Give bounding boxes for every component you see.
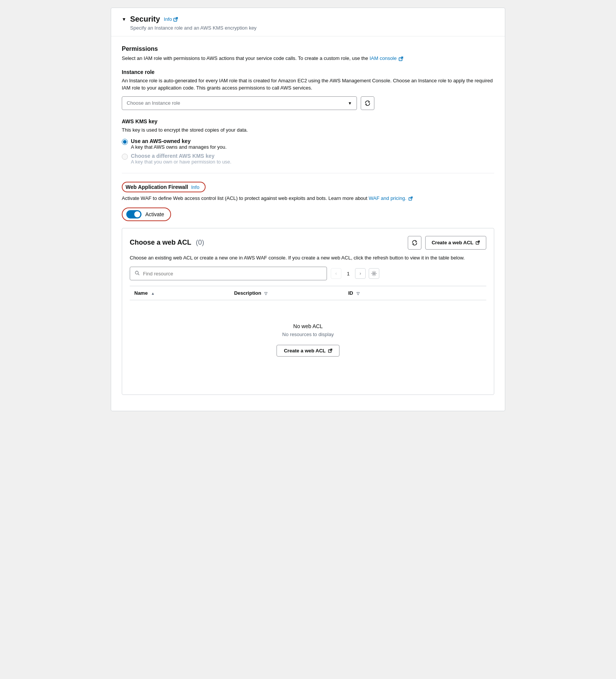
kms-different-key-radio[interactable] [122,154,128,160]
collapse-icon[interactable]: ▼ [122,17,126,22]
table-settings-button[interactable] [369,268,379,279]
external-link-icon [173,17,178,22]
create-acl-external-icon [476,240,480,245]
waf-desc: Activate WAF to define Web access contro… [122,195,494,202]
waf-pricing-link[interactable]: WAF and pricing. [369,195,413,201]
search-icon [135,270,140,277]
id-sort-icon: ▽ [357,291,360,295]
kms-title: AWS KMS key [122,118,494,124]
col-header-description[interactable]: Description ▽ [229,286,344,300]
waf-title-highlight: Web Application Firewall Info [122,182,206,192]
web-acl-count: (0) [196,239,204,246]
next-page-button[interactable]: › [355,268,366,279]
web-acl-title-group: Choose a web ACL (0) [130,239,204,247]
instance-role-title: Instance role [122,69,494,75]
kms-aws-owned-sublabel: A key that AWS owns and manages for you. [131,144,226,150]
instance-role-row: Choose an Instance role ▼ [122,96,494,110]
waf-external-icon [409,196,413,201]
refresh-icon [365,100,371,106]
search-box[interactable] [130,267,327,280]
col-header-name[interactable]: Name ▲ [130,286,229,300]
kms-different-key-sublabel: A key that you own or have permission to… [131,159,231,165]
web-acl-title: Choose a web ACL [130,239,191,246]
svg-point-5 [373,273,375,274]
empty-desc: No resources to display [146,332,470,337]
waf-activate-toggle[interactable] [126,210,141,218]
instance-role-refresh-button[interactable] [361,96,374,110]
kms-aws-owned-option: Use an AWS-owned key A key that AWS owns… [122,138,494,150]
section-title: Security [130,15,160,24]
waf-activate-label: Activate [145,211,164,217]
search-input[interactable] [143,271,322,277]
instance-role-placeholder: Choose an Instance role [127,100,180,106]
kms-block: AWS KMS key This key is used to encrypt … [122,118,494,165]
page-container: ▼ Security Info Specify an Instance role… [111,8,505,411]
instance-role-block: Instance role An Instance role is auto-g… [122,69,494,110]
prev-page-button[interactable]: ‹ [331,268,341,279]
section-info-link[interactable]: Info [164,16,178,22]
settings-icon [371,271,377,276]
desc-sort-icon: ▽ [264,291,267,295]
name-sort-icon: ▲ [151,291,155,295]
acl-refresh-icon [412,240,418,246]
section-subtitle: Specify an Instance role and an AWS KMS … [130,25,494,31]
waf-block: Web Application Firewall Info Activate W… [122,182,494,395]
kms-different-key-option: Choose a different AWS KMS key A key tha… [122,153,494,165]
kms-different-key-label: Choose a different AWS KMS key [131,153,231,159]
waf-title: Web Application Firewall [126,184,188,190]
dropdown-arrow-icon: ▼ [348,101,352,105]
permissions-desc: Select an IAM role with permissions to A… [122,55,494,62]
kms-aws-owned-radio[interactable] [122,139,128,145]
web-acl-refresh-button[interactable] [408,236,421,250]
web-acl-header: Choose a web ACL (0) [130,236,486,250]
instance-role-dropdown[interactable]: Choose an Instance role ▼ [122,96,357,110]
page-number: 1 [344,271,352,277]
waf-toggle-row: Activate [122,207,494,221]
acl-table: Name ▲ Description ▽ ID ▽ [130,286,486,379]
create-web-acl-button-bottom[interactable]: Create a web ACL [277,345,339,357]
section-divider [122,173,494,173]
table-empty-row: No web ACL No resources to display Creat… [130,300,486,379]
main-content: Permissions Select an IAM role with perm… [111,36,505,411]
permissions-block: Permissions Select an IAM role with perm… [122,46,494,110]
waf-title-row: Web Application Firewall Info [122,182,494,192]
create-web-acl-button-top[interactable]: Create a web ACL [425,236,486,250]
web-acl-panel: Choose a web ACL (0) [122,228,494,395]
pagination-row: ‹ 1 › [331,268,379,279]
col-header-id[interactable]: ID ▽ [344,286,486,300]
iam-external-icon [399,57,403,61]
kms-aws-owned-label: Use an AWS-owned key [131,138,226,144]
kms-desc: This key is used to encrypt the stored c… [122,126,494,134]
empty-title: No web ACL [146,323,470,329]
web-acl-desc: Choose an existing web ACL or create a n… [130,254,486,262]
waf-info-link[interactable]: Info [191,184,200,190]
waf-toggle-highlight: Activate [122,207,171,221]
instance-role-desc: An Instance role is auto-generated for e… [122,77,494,92]
permissions-title: Permissions [122,46,494,52]
search-pagination-row: ‹ 1 › [130,267,486,280]
iam-console-link[interactable]: IAM console [369,55,403,61]
create-acl-bottom-external-icon [328,349,332,353]
empty-state: No web ACL No resources to display Creat… [134,312,482,368]
web-acl-actions: Create a web ACL [408,236,486,250]
section-header: ▼ Security Info Specify an Instance role… [111,8,505,36]
